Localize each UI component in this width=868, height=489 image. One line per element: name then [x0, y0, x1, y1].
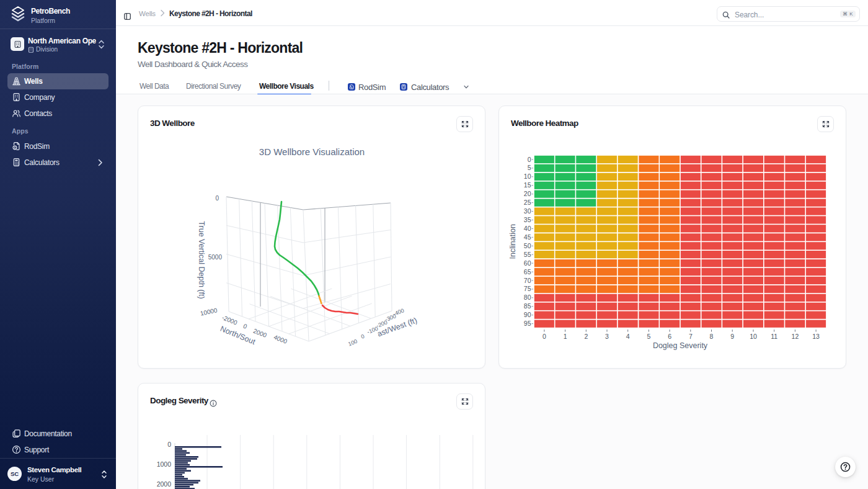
- svg-text:5000: 5000: [208, 254, 223, 261]
- svg-text:3D Wellbore Visualization: 3D Wellbore Visualization: [259, 146, 365, 157]
- svg-text:10000: 10000: [200, 307, 218, 317]
- svg-text:60: 60: [524, 259, 531, 267]
- svg-text:15: 15: [524, 181, 531, 189]
- svg-text:0: 0: [360, 333, 365, 340]
- svg-text:0: 0: [528, 156, 531, 163]
- svg-text:9: 9: [730, 333, 734, 340]
- svg-text:65: 65: [524, 268, 531, 276]
- svg-text:25: 25: [524, 199, 531, 206]
- svg-text:4: 4: [626, 333, 630, 340]
- svg-text:100: 100: [347, 338, 358, 348]
- svg-text:85: 85: [524, 302, 531, 310]
- svg-text:Dogleg Severity: Dogleg Severity: [653, 341, 708, 350]
- svg-text:90: 90: [524, 311, 531, 318]
- svg-text:20: 20: [524, 190, 531, 197]
- svg-text:True Vertical Depth (ft): True Vertical Depth (ft): [197, 221, 206, 298]
- svg-text:Inclination: Inclination: [508, 224, 517, 259]
- svg-text:3: 3: [605, 333, 609, 340]
- svg-text:5: 5: [528, 164, 531, 171]
- svg-text:4000: 4000: [273, 333, 288, 345]
- svg-text:1000: 1000: [157, 460, 172, 468]
- svg-text:ast/West (ft): ast/West (ft): [376, 316, 418, 338]
- svg-text:95: 95: [524, 320, 531, 327]
- svg-text:7: 7: [689, 333, 693, 340]
- svg-text:30: 30: [524, 207, 531, 215]
- svg-text:-400: -400: [392, 307, 405, 317]
- svg-text:North/Sout: North/Sout: [219, 325, 257, 347]
- svg-text:80: 80: [524, 294, 531, 301]
- svg-text:40: 40: [524, 225, 531, 232]
- svg-text:55: 55: [524, 251, 531, 258]
- svg-text:13: 13: [812, 333, 820, 340]
- svg-text:2000: 2000: [157, 480, 172, 488]
- svg-text:12: 12: [792, 333, 799, 340]
- svg-text:6: 6: [668, 333, 671, 340]
- svg-text:1: 1: [564, 333, 567, 340]
- svg-text:45: 45: [524, 233, 531, 241]
- svg-text:0: 0: [242, 323, 249, 330]
- svg-text:0: 0: [215, 195, 219, 202]
- svg-text:75: 75: [524, 285, 531, 292]
- svg-text:10: 10: [750, 333, 757, 340]
- svg-text:50: 50: [524, 242, 531, 249]
- svg-text:10: 10: [524, 173, 531, 180]
- svg-text:5: 5: [647, 333, 650, 340]
- svg-text:0: 0: [167, 441, 171, 448]
- svg-text:8: 8: [710, 333, 714, 340]
- svg-text:2: 2: [584, 333, 588, 340]
- svg-text:70: 70: [524, 277, 531, 284]
- svg-text:11: 11: [771, 333, 777, 340]
- svg-text:35: 35: [524, 216, 531, 223]
- svg-text:0: 0: [542, 333, 546, 340]
